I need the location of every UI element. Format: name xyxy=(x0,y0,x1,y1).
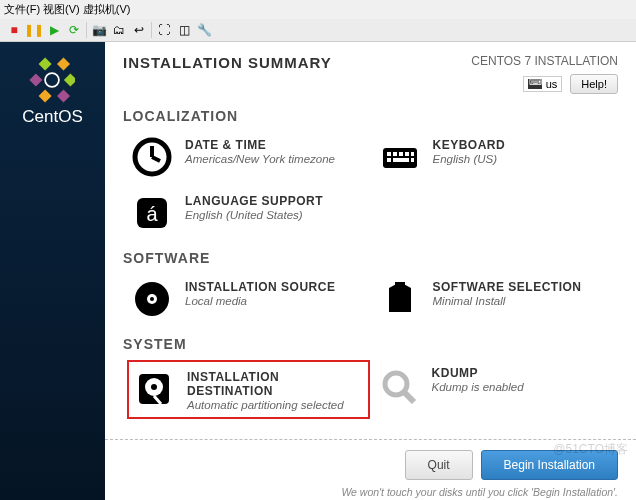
language-icon: á xyxy=(131,192,173,234)
refresh-icon[interactable]: ⟳ xyxy=(66,22,82,38)
svg-rect-0 xyxy=(39,57,52,70)
quit-button[interactable]: Quit xyxy=(405,450,473,480)
spoke-title: LANGUAGE SUPPORT xyxy=(185,194,323,208)
snapshot-icon[interactable]: 📷 xyxy=(91,22,107,38)
section-localization: LOCALIZATION xyxy=(123,108,618,124)
spoke-title: DATE & TIME xyxy=(185,138,335,152)
footer-note: We won't touch your disks until you clic… xyxy=(341,486,618,498)
svg-rect-13 xyxy=(399,152,403,156)
spoke-status: Americas/New York timezone xyxy=(185,153,335,165)
revert-icon[interactable]: ↩ xyxy=(131,22,147,38)
separator xyxy=(86,22,87,38)
spoke-status: English (United States) xyxy=(185,209,323,221)
svg-rect-2 xyxy=(30,73,43,86)
fullscreen-icon[interactable]: ⛶ xyxy=(156,22,172,38)
snap-mgr-icon[interactable]: 🗂 xyxy=(111,22,127,38)
svg-rect-4 xyxy=(39,90,52,103)
svg-point-26 xyxy=(151,384,157,390)
spoke-status: Kdump is enabled xyxy=(432,381,524,393)
svg-text:á: á xyxy=(146,203,158,225)
spoke-title: INSTALLATION SOURCE xyxy=(185,280,335,294)
footer: Quit Begin Installation We won't touch y… xyxy=(105,439,636,500)
spoke-title: SOFTWARE SELECTION xyxy=(433,280,582,294)
spoke-language[interactable]: á LANGUAGE SUPPORTEnglish (United States… xyxy=(123,188,420,244)
spoke-kdump[interactable]: KDUMPKdump is enabled xyxy=(370,360,618,419)
installer-window: CentOS INSTALLATION SUMMARY CENTOS 7 INS… xyxy=(0,42,636,500)
section-system: SYSTEM xyxy=(123,336,618,352)
svg-rect-14 xyxy=(405,152,409,156)
package-icon xyxy=(379,278,421,320)
spoke-keyboard[interactable]: KEYBOARDEnglish (US) xyxy=(371,132,619,188)
svg-rect-1 xyxy=(57,57,70,70)
spokes-body: LOCALIZATION DATE & TIMEAmericas/New Yor… xyxy=(105,102,636,439)
svg-point-27 xyxy=(385,373,407,395)
clock-icon xyxy=(131,136,173,178)
spoke-title: INSTALLATION DESTINATION xyxy=(187,370,364,398)
svg-rect-16 xyxy=(387,158,391,162)
disc-icon xyxy=(131,278,173,320)
keyboard-icon xyxy=(379,136,421,178)
pause-icon[interactable]: ❚❚ xyxy=(26,22,42,38)
svg-point-23 xyxy=(150,297,154,301)
stop-icon[interactable]: ■ xyxy=(6,22,22,38)
keyboard-icon xyxy=(528,79,542,89)
svg-rect-17 xyxy=(393,158,409,162)
help-button[interactable]: Help! xyxy=(570,74,618,94)
svg-rect-12 xyxy=(393,152,397,156)
spoke-install-source[interactable]: INSTALLATION SOURCELocal media xyxy=(123,274,371,330)
vm-toolbar: ■ ❚❚ ▶ ⟳ 📷 🗂 ↩ ⛶ ◫ 🔧 xyxy=(0,19,636,42)
section-software: SOFTWARE xyxy=(123,250,618,266)
kdump-icon xyxy=(378,364,420,406)
unity-icon[interactable]: ◫ xyxy=(176,22,192,38)
header-subtitle: CENTOS 7 INSTALLATION xyxy=(471,54,618,68)
svg-rect-5 xyxy=(57,90,70,103)
svg-rect-11 xyxy=(387,152,391,156)
content: INSTALLATION SUMMARY CENTOS 7 INSTALLATI… xyxy=(105,42,636,500)
sidebar: CentOS xyxy=(0,42,105,500)
spoke-status: Local media xyxy=(185,295,335,307)
tool-icon[interactable]: 🔧 xyxy=(196,22,212,38)
spoke-title: KEYBOARD xyxy=(433,138,506,152)
svg-rect-3 xyxy=(64,73,75,86)
svg-line-28 xyxy=(404,392,414,402)
spoke-status: Automatic partitioning selected xyxy=(187,399,364,411)
logo-text: CentOS xyxy=(22,107,82,127)
centos-logo-icon xyxy=(29,57,75,103)
centos-logo: CentOS xyxy=(22,57,82,127)
spoke-title: KDUMP xyxy=(432,366,524,380)
svg-point-6 xyxy=(46,73,60,87)
separator xyxy=(151,22,152,38)
page-title: INSTALLATION SUMMARY xyxy=(123,54,332,71)
svg-rect-15 xyxy=(411,152,414,156)
spoke-software-selection[interactable]: SOFTWARE SELECTIONMinimal Install xyxy=(371,274,619,330)
spoke-date-time[interactable]: DATE & TIMEAmericas/New York timezone xyxy=(123,132,371,188)
header: INSTALLATION SUMMARY CENTOS 7 INSTALLATI… xyxy=(105,42,636,102)
keyboard-layout-code: us xyxy=(546,78,558,90)
play-icon[interactable]: ▶ xyxy=(46,22,62,38)
svg-line-9 xyxy=(152,157,160,161)
spoke-install-destination[interactable]: INSTALLATION DESTINATIONAutomatic partit… xyxy=(127,360,370,419)
hdd-icon xyxy=(133,368,175,410)
spoke-status: English (US) xyxy=(433,153,506,165)
begin-installation-button[interactable]: Begin Installation xyxy=(481,450,618,480)
vm-menubar[interactable]: 文件(F) 视图(V) 虚拟机(V) xyxy=(0,0,636,19)
keyboard-layout-selector[interactable]: us xyxy=(523,76,563,92)
spoke-status: Minimal Install xyxy=(433,295,582,307)
svg-rect-18 xyxy=(411,158,414,162)
